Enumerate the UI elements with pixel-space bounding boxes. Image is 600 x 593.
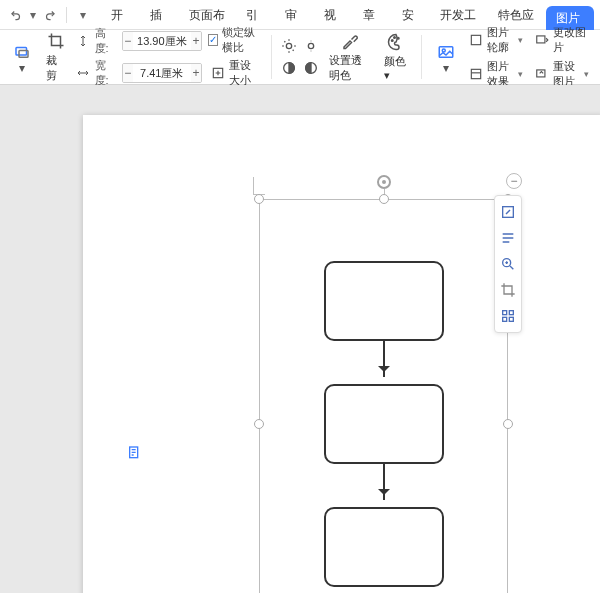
- quick-access-toolbar: ▾ ▾: [6, 5, 93, 25]
- ribbon-separator-2: [421, 35, 422, 79]
- handle-top[interactable]: [379, 194, 389, 204]
- picture-style-button[interactable]: ▾: [432, 40, 460, 74]
- menu-tab-review[interactable]: 审阅: [275, 0, 314, 30]
- svg-rect-22: [509, 317, 513, 321]
- qat-dropdown[interactable]: ▾: [73, 5, 93, 25]
- width-row: 宽度: − +: [76, 58, 202, 88]
- checkbox-icon: [208, 34, 218, 46]
- width-stepper[interactable]: − +: [122, 63, 203, 83]
- svg-rect-15: [537, 70, 545, 77]
- menu-tab-security[interactable]: 安全: [392, 0, 431, 30]
- change-picture-icon: [535, 32, 549, 48]
- brightness-down-icon[interactable]: [303, 38, 319, 54]
- panel-zoom-button[interactable]: [497, 251, 519, 277]
- svg-rect-19: [503, 311, 507, 315]
- svg-point-7: [391, 40, 393, 42]
- handle-right[interactable]: [503, 419, 513, 429]
- panel-properties-button[interactable]: [497, 225, 519, 251]
- layout-options-icon[interactable]: [127, 445, 143, 461]
- height-row: 高度: − +: [76, 26, 202, 56]
- lock-ratio-checkbox[interactable]: 锁定纵横比: [208, 25, 261, 55]
- size-group: 高度: − + 宽度: − +: [76, 26, 202, 88]
- lock-ratio-label: 锁定纵横比: [222, 25, 261, 55]
- lock-reset-group: 锁定纵横比 重设大小: [208, 25, 261, 89]
- crop-label: 裁剪: [46, 53, 66, 83]
- dropdown-icon: ▾: [436, 64, 456, 72]
- ribbon-separator-1: [271, 35, 272, 79]
- svg-rect-12: [471, 35, 480, 44]
- svg-point-9: [397, 38, 399, 40]
- height-icon: [76, 33, 91, 49]
- svg-rect-13: [471, 69, 480, 78]
- width-label: 宽度:: [95, 58, 118, 88]
- svg-rect-14: [537, 36, 545, 43]
- handle-left[interactable]: [254, 419, 264, 429]
- panel-collapse-button[interactable]: −: [506, 173, 522, 189]
- outline-label: 图片轮廓: [487, 25, 512, 55]
- outline-icon: [469, 32, 483, 48]
- svg-point-11: [442, 49, 445, 52]
- crop-icon: [46, 31, 66, 51]
- set-transparent-button[interactable]: 设置透明色: [325, 29, 374, 85]
- width-increase[interactable]: +: [191, 63, 201, 83]
- flowchart-box-1: [324, 261, 444, 341]
- svg-point-3: [287, 43, 292, 48]
- picture-style-opts: 图片轮廓▾ 图片效果▾: [466, 24, 526, 90]
- image-side-panel: [494, 195, 522, 333]
- panel-crop-button[interactable]: [497, 277, 519, 303]
- picture-outline-button[interactable]: 图片轮廓▾: [466, 24, 526, 56]
- brightness-up-icon[interactable]: [281, 38, 297, 54]
- dropdown-icon: ▾: [12, 64, 32, 72]
- menu-tab-view[interactable]: 视图: [314, 0, 353, 30]
- color-label: 颜色 ▾: [384, 54, 407, 82]
- workspace: −: [0, 85, 600, 593]
- shape-icon: [12, 42, 32, 62]
- contrast-up-icon[interactable]: [281, 60, 297, 76]
- flowchart-arrow-2: [383, 464, 385, 500]
- effect-icon: [469, 66, 483, 82]
- svg-rect-21: [503, 317, 507, 321]
- height-input[interactable]: [133, 35, 191, 47]
- width-decrease[interactable]: −: [123, 63, 133, 83]
- cursor-mark: [253, 177, 265, 195]
- reset-picture-icon: [535, 66, 549, 82]
- panel-edit-button[interactable]: [497, 199, 519, 225]
- height-increase[interactable]: +: [191, 31, 201, 51]
- width-icon: [76, 65, 91, 81]
- undo-dropdown[interactable]: ▾: [28, 5, 38, 25]
- handle-top-left[interactable]: [254, 194, 264, 204]
- reset-size-icon: [211, 65, 225, 81]
- qat-separator: [66, 7, 67, 23]
- height-stepper[interactable]: − +: [122, 31, 203, 51]
- crop-button[interactable]: 裁剪: [42, 29, 70, 85]
- width-input[interactable]: [133, 67, 191, 79]
- height-decrease[interactable]: −: [123, 31, 133, 51]
- insert-shape-button[interactable]: ▾: [8, 40, 36, 74]
- color-button[interactable]: 颜色 ▾: [380, 30, 411, 84]
- contrast-down-icon[interactable]: [303, 60, 319, 76]
- eyedropper-icon: [340, 31, 360, 51]
- flowchart-box-2: [324, 384, 444, 464]
- height-label: 高度:: [95, 26, 118, 56]
- flowchart-box-3: [324, 507, 444, 587]
- panel-more-button[interactable]: [497, 303, 519, 329]
- change-picture-label: 更改图片: [553, 25, 589, 55]
- change-picture-button[interactable]: 更改图片: [532, 24, 592, 56]
- undo-button[interactable]: [6, 5, 26, 25]
- document-page[interactable]: [83, 115, 600, 593]
- redo-button[interactable]: [40, 5, 60, 25]
- adjust-icons-group: [281, 38, 319, 76]
- set-transparent-label: 设置透明色: [329, 53, 370, 83]
- selected-image[interactable]: [259, 199, 508, 593]
- svg-point-4: [309, 43, 314, 48]
- picture-change-opts: 更改图片 重设图片▾: [532, 24, 592, 90]
- flowchart-arrow-1: [383, 341, 385, 377]
- reset-size-label: 重设大小: [229, 58, 258, 88]
- svg-rect-20: [509, 311, 513, 315]
- rotation-handle[interactable]: [377, 175, 391, 189]
- svg-point-8: [393, 37, 395, 39]
- color-icon: [386, 32, 406, 52]
- menu-tab-section[interactable]: 章节: [353, 0, 392, 30]
- picture-style-icon: [436, 42, 456, 62]
- ribbon: ▾ 裁剪 高度: − + 宽度: − +: [0, 30, 600, 85]
